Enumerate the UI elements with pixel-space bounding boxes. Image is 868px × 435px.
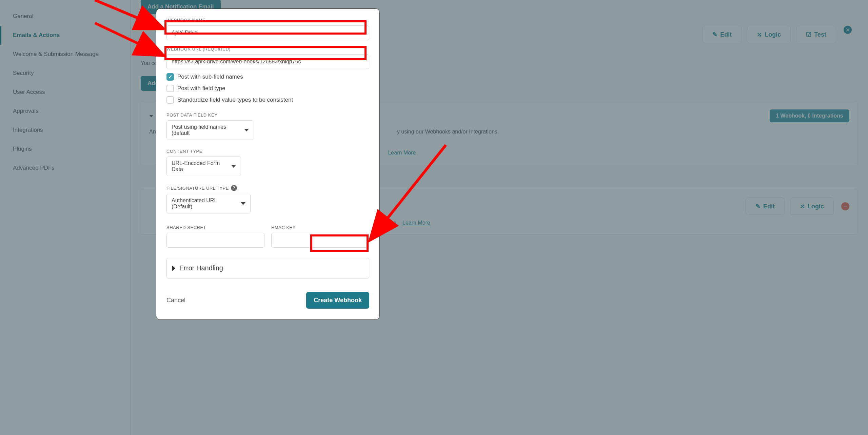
caret-down-icon xyxy=(244,129,249,131)
caret-down-icon xyxy=(231,165,236,168)
content-type-label: CONTENT TYPE xyxy=(166,149,369,154)
webhook-modal: WEBHOOK NAME WEBHOOK URL (REQUIRED) Post… xyxy=(156,8,380,320)
caret-down-icon xyxy=(241,202,245,205)
webhook-name-label: WEBHOOK NAME xyxy=(166,18,369,23)
checkbox-label: Post with sub-field names xyxy=(177,74,243,80)
error-handling-toggle[interactable]: Error Handling xyxy=(166,258,369,278)
shared-secret-input[interactable] xyxy=(166,233,264,248)
select-value: Authenticated URL (Default) xyxy=(172,198,236,210)
hmac-key-label: HMAC KEY xyxy=(271,225,369,230)
webhook-url-label: WEBHOOK URL (REQUIRED) xyxy=(166,46,369,51)
webhook-url-input[interactable] xyxy=(166,54,369,69)
postdata-label: POST DATA FIELD KEY xyxy=(166,112,369,118)
file-url-type-select[interactable]: Authenticated URL (Default) xyxy=(166,194,251,213)
error-handling-label: Error Handling xyxy=(179,264,223,272)
button-label: Create Webhook xyxy=(314,297,362,304)
select-value: Post using field names (default xyxy=(172,124,239,136)
checkbox-subfield-names[interactable] xyxy=(166,73,174,81)
create-webhook-button[interactable]: Create Webhook xyxy=(306,292,369,309)
help-icon[interactable]: ? xyxy=(231,185,237,191)
content-type-select[interactable]: URL-Encoded Form Data xyxy=(166,157,241,176)
select-value: URL-Encoded Form Data xyxy=(172,160,226,172)
shared-secret-label: SHARED SECRET xyxy=(166,225,264,230)
postdata-select[interactable]: Post using field names (default xyxy=(166,120,254,140)
checkbox-label: Post with field type xyxy=(177,85,225,92)
caret-right-icon xyxy=(172,266,175,271)
hmac-key-input[interactable] xyxy=(271,233,369,248)
cancel-button[interactable]: Cancel xyxy=(166,297,185,304)
checkbox-label: Standardize field value types to be cons… xyxy=(177,97,293,103)
checkbox-field-type[interactable] xyxy=(166,85,174,92)
label-text: FILE/SIGNATURE URL TYPE xyxy=(166,186,229,191)
checkbox-standardize[interactable] xyxy=(166,96,174,104)
modal-overlay: WEBHOOK NAME WEBHOOK URL (REQUIRED) Post… xyxy=(0,0,868,435)
file-url-type-label: FILE/SIGNATURE URL TYPE ? xyxy=(166,185,369,191)
webhook-name-input[interactable] xyxy=(166,25,369,40)
